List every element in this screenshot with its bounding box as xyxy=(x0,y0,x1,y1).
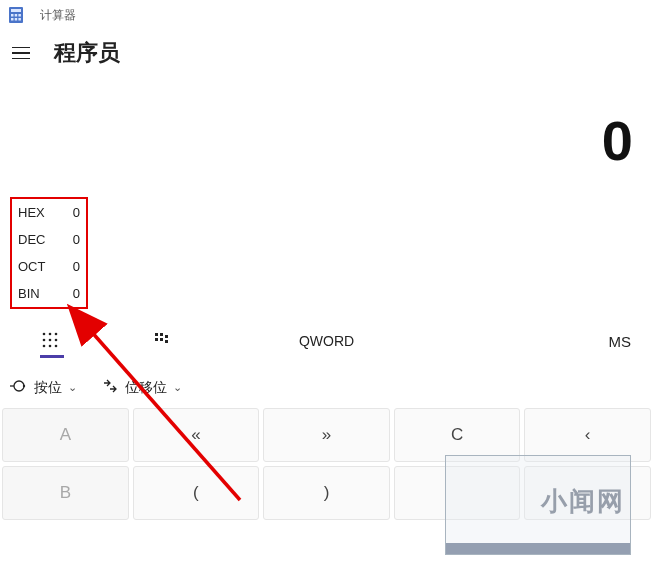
bitshift-dropdown[interactable]: 位移位 ⌄ xyxy=(101,377,182,398)
key-b[interactable]: B xyxy=(2,466,129,520)
calculator-app-icon xyxy=(8,7,24,23)
svg-point-13 xyxy=(55,338,58,341)
keypad: A « » C ‹ B ( ) xyxy=(0,406,653,520)
svg-rect-7 xyxy=(18,18,21,21)
app-title: 计算器 xyxy=(40,7,76,24)
key-divide[interactable] xyxy=(524,466,651,520)
svg-rect-17 xyxy=(155,333,158,336)
svg-point-12 xyxy=(49,338,52,341)
word-size-toggle[interactable]: QWORD xyxy=(299,333,354,349)
bitwise-icon xyxy=(10,377,28,398)
svg-point-23 xyxy=(14,381,24,391)
svg-rect-4 xyxy=(18,14,21,17)
base-label: DEC xyxy=(18,232,45,247)
svg-point-14 xyxy=(43,344,46,347)
svg-rect-3 xyxy=(15,14,18,17)
base-label: BIN xyxy=(18,286,40,301)
memory-store-button[interactable]: MS xyxy=(609,333,632,350)
svg-rect-20 xyxy=(160,338,163,341)
svg-rect-18 xyxy=(160,333,163,336)
key-percent[interactable] xyxy=(394,466,521,520)
chevron-down-icon: ⌄ xyxy=(173,381,182,394)
mode-title: 程序员 xyxy=(54,38,120,68)
bit-toggle-keypad[interactable] xyxy=(146,327,180,356)
title-bar: 计算器 xyxy=(0,0,653,30)
svg-rect-5 xyxy=(11,18,14,21)
svg-rect-21 xyxy=(165,335,168,338)
svg-point-11 xyxy=(43,338,46,341)
svg-point-25 xyxy=(23,385,25,387)
svg-rect-19 xyxy=(155,338,158,341)
base-oct[interactable]: OCT 0 xyxy=(18,259,80,274)
svg-rect-1 xyxy=(11,9,21,12)
svg-rect-6 xyxy=(15,18,18,21)
key-shift-left[interactable]: « xyxy=(133,408,260,462)
base-value: 0 xyxy=(73,205,80,220)
bit-toggle-icon xyxy=(154,331,172,352)
base-value: 0 xyxy=(73,259,80,274)
result-display: 0 xyxy=(0,78,653,183)
svg-point-8 xyxy=(43,332,46,335)
active-indicator xyxy=(40,355,64,358)
bitops-row: 按位 ⌄ 位移位 ⌄ xyxy=(0,367,653,406)
base-value: 0 xyxy=(73,232,80,247)
bitshift-label: 位移位 xyxy=(125,379,167,397)
key-clear[interactable]: C xyxy=(394,408,521,462)
svg-point-15 xyxy=(49,344,52,347)
base-hex[interactable]: HEX 0 xyxy=(18,205,80,220)
chevron-down-icon: ⌄ xyxy=(68,381,77,394)
key-a[interactable]: A xyxy=(2,408,129,462)
svg-rect-2 xyxy=(11,14,14,17)
svg-point-16 xyxy=(55,344,58,347)
key-backspace[interactable]: ‹ xyxy=(524,408,651,462)
view-toolbar: QWORD MS xyxy=(0,315,653,367)
key-shift-right[interactable]: » xyxy=(263,408,390,462)
bitshift-icon xyxy=(101,377,119,398)
full-keypad-toggle[interactable] xyxy=(34,328,66,355)
hamburger-menu-button[interactable] xyxy=(12,39,40,67)
base-label: HEX xyxy=(18,205,45,220)
key-close-paren[interactable]: ) xyxy=(263,466,390,520)
header: 程序员 xyxy=(0,30,653,78)
keypad-grid-icon xyxy=(42,332,58,351)
base-value: 0 xyxy=(73,286,80,301)
svg-point-9 xyxy=(49,332,52,335)
base-dec[interactable]: DEC 0 xyxy=(18,232,80,247)
svg-point-10 xyxy=(55,332,58,335)
bitwise-label: 按位 xyxy=(34,379,62,397)
base-bin[interactable]: BIN 0 xyxy=(18,286,80,301)
base-label: OCT xyxy=(18,259,45,274)
svg-rect-22 xyxy=(165,340,168,343)
bitwise-dropdown[interactable]: 按位 ⌄ xyxy=(10,377,77,398)
number-bases-panel: HEX 0 DEC 0 OCT 0 BIN 0 xyxy=(10,197,88,309)
key-open-paren[interactable]: ( xyxy=(133,466,260,520)
